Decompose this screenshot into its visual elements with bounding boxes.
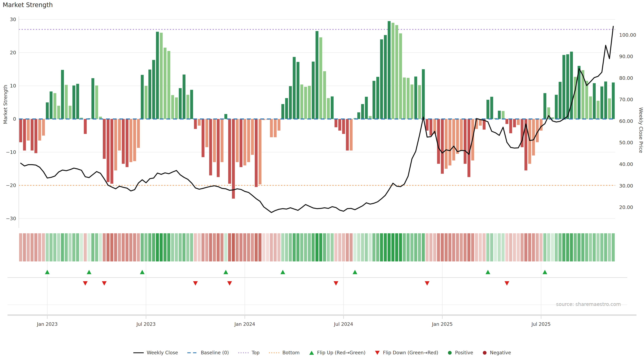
heatmap-cell xyxy=(578,233,580,261)
heatmap-cell xyxy=(148,233,151,261)
strength-bar xyxy=(220,119,224,162)
strength-bar xyxy=(308,86,311,119)
strength-bar xyxy=(460,119,463,150)
strength-bar xyxy=(486,100,489,119)
strength-bar xyxy=(517,119,520,125)
strength-bars-layer xyxy=(19,21,615,199)
strength-bar xyxy=(498,111,501,119)
heatmap-cell xyxy=(296,233,299,261)
strength-bar xyxy=(388,21,390,119)
heatmap-cell xyxy=(220,233,224,261)
flip-up-triangle xyxy=(280,270,285,274)
heatmap-cell xyxy=(589,233,592,261)
heatmap-cell xyxy=(475,233,478,261)
heatmap-cell xyxy=(350,233,353,261)
heatmap-cell xyxy=(141,233,144,261)
strength-bar xyxy=(593,83,596,119)
heatmap-cell xyxy=(262,233,265,261)
legend-item-flip-up: Flip Up (Red→Green) xyxy=(309,350,366,356)
strength-bar xyxy=(346,119,349,150)
heatmap-cell xyxy=(509,233,512,261)
flip-down-triangle xyxy=(334,281,338,286)
strength-bar xyxy=(243,119,246,165)
legend-label: Top xyxy=(252,350,260,356)
svg-text:Jan 2023: Jan 2023 xyxy=(36,322,58,327)
strength-bar xyxy=(38,119,41,141)
strength-bar xyxy=(448,119,451,165)
heatmap-cell xyxy=(308,233,311,261)
strength-bar xyxy=(167,51,170,119)
svg-text:10: 10 xyxy=(10,83,16,89)
strength-bar xyxy=(395,25,398,119)
strength-bar xyxy=(217,119,220,177)
market-strength-chart-canvas: 3020100−10−20−30100.0090.0080.0070.0060.… xyxy=(0,0,644,362)
strength-bar xyxy=(148,69,151,119)
strength-bar xyxy=(130,119,132,162)
heatmap-cell xyxy=(323,233,326,261)
strength-bar xyxy=(137,119,140,148)
heatmap-cell xyxy=(133,233,136,261)
strength-bar xyxy=(502,111,504,119)
heatmap-cell xyxy=(76,233,79,261)
heatmap-cell xyxy=(372,233,375,261)
strength-bar xyxy=(464,119,466,164)
svg-text:80.00: 80.00 xyxy=(619,75,633,81)
svg-text:Jan 2024: Jan 2024 xyxy=(234,322,255,327)
heatmap-cell xyxy=(494,233,497,261)
heatmap-cell xyxy=(376,233,379,261)
strength-bar xyxy=(160,33,163,119)
heatmap-cell xyxy=(72,233,75,261)
strength-bar xyxy=(171,95,174,119)
heatmap-cell xyxy=(38,233,41,261)
strength-bar xyxy=(107,119,110,182)
strength-bar xyxy=(380,39,383,119)
heatmap-cell xyxy=(452,233,455,261)
legend-label: Negative xyxy=(490,350,511,356)
strength-bar xyxy=(544,93,546,119)
heatmap-cell xyxy=(460,233,463,261)
chart-legend: Weekly Close Baseline (0) Top Bottom Fli… xyxy=(0,350,644,356)
strength-bar xyxy=(23,119,26,150)
flip-up-triangle xyxy=(224,270,228,274)
flip-down-triangle xyxy=(504,281,509,286)
flip-up-triangle xyxy=(352,270,357,274)
strength-bar xyxy=(312,62,314,119)
svg-text:70.00: 70.00 xyxy=(619,97,633,102)
heatmap-cell xyxy=(144,233,148,261)
heatmap-cell xyxy=(544,233,546,261)
heatmap-cell xyxy=(247,233,250,261)
heatmap-cell xyxy=(243,233,246,261)
heatmap-cell xyxy=(403,233,406,261)
strength-bar xyxy=(65,85,68,119)
strength-bar xyxy=(559,82,562,119)
strength-bar xyxy=(422,69,425,119)
strength-bar xyxy=(34,119,37,153)
heatmap-cell xyxy=(558,233,562,261)
strength-bar xyxy=(255,119,258,187)
strength-bar xyxy=(202,119,204,157)
heatmap-cell xyxy=(596,233,600,261)
heatmap-cell xyxy=(209,233,212,261)
heatmap-cell xyxy=(186,233,189,261)
legend-label: Flip Down (Green→Red) xyxy=(383,350,438,356)
strength-bar xyxy=(585,81,588,119)
heatmap-cell xyxy=(316,233,318,261)
strength-bar xyxy=(342,119,345,134)
strength-bar xyxy=(190,90,193,119)
strength-bar xyxy=(110,119,113,184)
heatmap-cell xyxy=(410,233,414,261)
heatmap-cell xyxy=(468,233,470,261)
heatmap-cell xyxy=(380,233,383,261)
strength-bar xyxy=(46,102,49,119)
heatmap-cell xyxy=(555,233,558,261)
heatmap-cell xyxy=(479,233,482,261)
dark-red-dot-icon xyxy=(482,350,487,355)
heatmap-cell xyxy=(384,233,387,261)
green-up-triangle-icon xyxy=(309,350,314,356)
heatmap-cell xyxy=(23,233,26,261)
heatmap-cell xyxy=(156,233,159,261)
heatmap-cell xyxy=(258,233,262,261)
strength-bar xyxy=(300,84,303,119)
x-axis-band xyxy=(8,314,636,316)
heatmap-cell xyxy=(327,233,330,261)
